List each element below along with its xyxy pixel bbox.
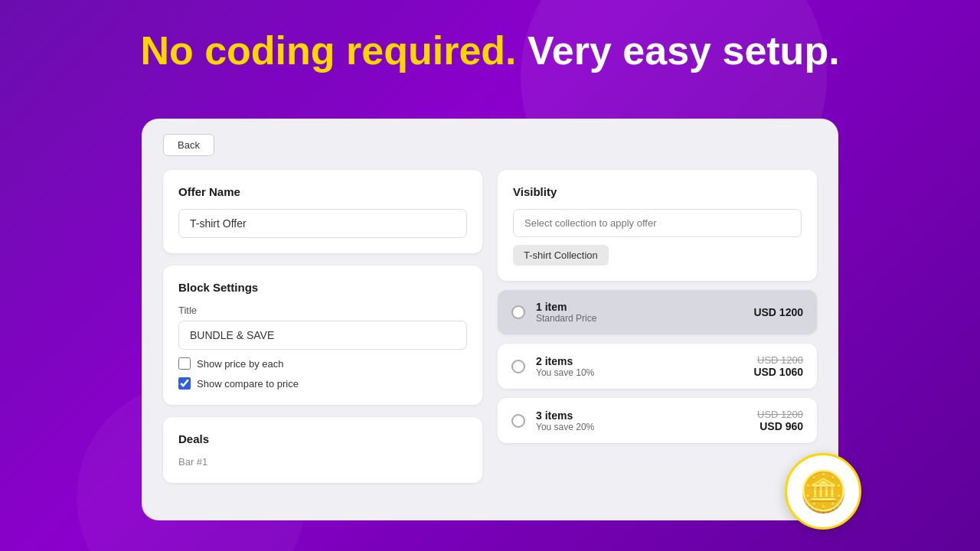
- deal-save-3: You save 20%: [536, 422, 746, 432]
- checkbox1-label: Show price by each: [197, 358, 283, 370]
- headline-part2: Very easy setup.: [517, 28, 840, 73]
- deal-info-1: 1 item Standard Price: [536, 301, 743, 324]
- block-title-input[interactable]: [178, 321, 467, 350]
- deal-qty-3: 3 items: [536, 409, 746, 422]
- checkbox-row-2: Show compare to price: [178, 377, 467, 390]
- visibility-card: Visiblity T-shirt Collection: [498, 170, 817, 281]
- offer-name-input[interactable]: [178, 209, 467, 238]
- offer-name-card: Offer Name: [163, 170, 482, 253]
- radio-3[interactable]: [511, 414, 525, 428]
- deal-save-2: You save 10%: [536, 367, 743, 378]
- deal-price-2: USD 1200 USD 1060: [753, 354, 803, 378]
- show-compare-price-checkbox[interactable]: [178, 377, 191, 390]
- deal-info-3: 3 items You save 20%: [536, 409, 746, 432]
- back-button[interactable]: Back: [163, 134, 214, 156]
- right-column: Visiblity T-shirt Collection 1 item Stan…: [498, 170, 817, 443]
- deals-card: Deals Bar #1: [163, 417, 482, 483]
- checkbox-row-1: Show price by each: [178, 357, 467, 370]
- bar-label: Bar #1: [178, 456, 467, 468]
- coin-container: 🪙: [785, 453, 861, 530]
- deal-qty-2: 2 items: [536, 355, 743, 367]
- visibility-title: Visiblity: [513, 185, 802, 198]
- deal-final-3: USD 960: [757, 420, 803, 432]
- collection-input[interactable]: [513, 209, 802, 237]
- content-columns: Offer Name Block Settings Title Show pri…: [163, 170, 817, 483]
- deal-info-2: 2 items You save 10%: [536, 355, 743, 378]
- collection-tag[interactable]: T-shirt Collection: [513, 245, 609, 266]
- deal-price-3: USD 1200 USD 960: [757, 409, 803, 432]
- deal-original-2: USD 1200: [753, 354, 803, 366]
- show-price-each-checkbox[interactable]: [178, 357, 191, 370]
- headline-part1: No coding required.: [140, 28, 516, 73]
- deal-row-3[interactable]: 3 items You save 20% USD 1200 USD 960: [498, 398, 817, 443]
- deal-row-1[interactable]: 1 item Standard Price USD 1200: [498, 290, 817, 334]
- checkbox2-label: Show compare to price: [197, 378, 299, 390]
- block-settings-card: Block Settings Title Show price by each …: [163, 266, 482, 405]
- deal-row-2[interactable]: 2 items You save 10% USD 1200 USD 1060: [498, 344, 817, 389]
- deal-final-2: USD 1060: [753, 366, 803, 378]
- deal-save-1: Standard Price: [536, 313, 743, 324]
- radio-1[interactable]: [511, 305, 525, 319]
- headline: No coding required. Very easy setup.: [0, 29, 980, 73]
- deal-original-3: USD 1200: [757, 409, 803, 420]
- block-settings-title: Block Settings: [178, 281, 467, 294]
- deal-price-1: USD 1200: [753, 306, 803, 318]
- coin-icon: 🪙: [799, 468, 848, 515]
- offer-name-title: Offer Name: [178, 185, 467, 198]
- deals-title: Deals: [178, 432, 467, 445]
- title-label: Title: [178, 305, 467, 316]
- radio-2[interactable]: [511, 360, 525, 373]
- deal-qty-1: 1 item: [536, 301, 743, 313]
- main-card: Back Offer Name Block Settings Title Sho…: [142, 119, 838, 520]
- left-column: Offer Name Block Settings Title Show pri…: [163, 170, 482, 483]
- deal-final-1: USD 1200: [753, 306, 803, 318]
